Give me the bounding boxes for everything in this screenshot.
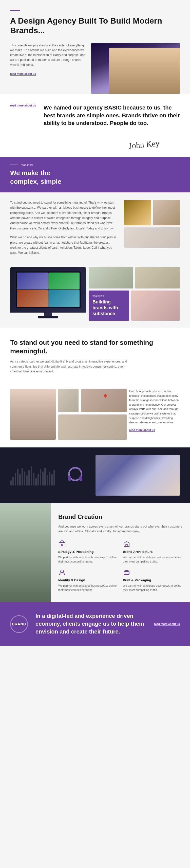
purple-banner-read-more[interactable]: read more bbox=[21, 163, 33, 166]
hero-image bbox=[91, 43, 180, 94]
brand-logo-text: BRAND bbox=[12, 622, 26, 626]
strategy-icon bbox=[58, 540, 66, 548]
monitor-base bbox=[38, 316, 58, 318]
signature: John Key bbox=[128, 139, 160, 151]
middle-section: To stand out you need to stand for somet… bbox=[0, 192, 190, 267]
brand-creation-title: Brand Creation bbox=[58, 513, 182, 521]
architecture-text: We partner with ambitious businesses to … bbox=[123, 555, 182, 563]
quote-read-more-link[interactable]: read more about us bbox=[10, 104, 36, 107]
music-section bbox=[0, 447, 190, 503]
hero-text: This core philosophy stands at the cente… bbox=[10, 43, 86, 67]
footer-read-more-link[interactable]: read more about us bbox=[154, 622, 180, 626]
skateboard-image bbox=[58, 414, 127, 440]
portfolio-img-1 bbox=[89, 267, 133, 288]
identity-text: We partner with ambitious businesses to … bbox=[58, 584, 118, 592]
portfolio-section: read more Building brands with substance bbox=[0, 267, 190, 328]
map-pin-icon bbox=[103, 394, 108, 398]
dark-section-city-image bbox=[96, 455, 180, 496]
image-row-read-more[interactable]: read more about us bbox=[129, 428, 155, 432]
standout-text: As a strategic partner we craft digital-… bbox=[10, 359, 137, 374]
portfolio-side-image bbox=[131, 290, 180, 321]
quote-text: We named our agency BASIC because to us,… bbox=[43, 104, 180, 127]
signature-section: John Key bbox=[0, 137, 190, 157]
brand-creation-intro: And because we work across every channel… bbox=[58, 524, 182, 534]
service-architecture: Brand Architecture We partner with ambit… bbox=[123, 540, 182, 563]
strategy-text: We partner with ambitious businesses to … bbox=[58, 555, 118, 563]
brand-left-image bbox=[0, 503, 51, 602]
image-row-section: Our UX approach is based on this princip… bbox=[0, 384, 190, 447]
svg-rect-1 bbox=[68, 476, 71, 481]
portfolio-card-title: Building brands with substance bbox=[92, 299, 125, 317]
middle-paragraph-2: What we do and why we hustle come from w… bbox=[10, 235, 117, 255]
svg-rect-2 bbox=[79, 476, 82, 481]
quote-section: read more about us We named our agency B… bbox=[0, 94, 190, 137]
person-left-image bbox=[10, 389, 56, 440]
svg-point-4 bbox=[61, 544, 63, 546]
monitor-stand bbox=[44, 313, 52, 316]
monitor-cell-3 bbox=[17, 290, 48, 307]
identity-icon bbox=[58, 568, 66, 576]
service-strategy: Strategy & Positioning We partner with a… bbox=[58, 540, 118, 563]
standout-section: To stand out you need to stand for somet… bbox=[0, 328, 190, 384]
footer-banner: BRAND In a digital-led and experience dr… bbox=[0, 602, 190, 646]
portfolio-card-read-more[interactable]: read more bbox=[92, 294, 125, 297]
hero-section: A Design Agency Built To Build Modern Br… bbox=[0, 0, 190, 94]
architecture-icon bbox=[123, 540, 130, 548]
monitor-cell-1 bbox=[17, 273, 48, 289]
print-title: Print & Packaging bbox=[123, 578, 182, 582]
purple-banner: read more We make thecomplex, simple bbox=[0, 157, 190, 192]
svg-rect-3 bbox=[59, 542, 65, 547]
middle-paragraph-1: To stand out you need to stand for somet… bbox=[10, 200, 117, 231]
hero-accent bbox=[10, 10, 20, 11]
brand-creation-section: Brand Creation And because we work acros… bbox=[0, 503, 190, 602]
hands-image bbox=[153, 200, 180, 225]
monitor-image bbox=[10, 267, 86, 313]
portfolio-img-2 bbox=[135, 267, 180, 288]
music-bars-visual bbox=[10, 465, 55, 486]
headphones-icon bbox=[60, 460, 90, 491]
service-identity: Identity & Design We partner with ambiti… bbox=[58, 568, 118, 592]
coffee-image bbox=[124, 200, 151, 225]
svg-rect-5 bbox=[126, 545, 128, 547]
glasses-image bbox=[58, 389, 78, 412]
wide-image bbox=[124, 227, 180, 248]
portfolio-card: read more Building brands with substance bbox=[89, 290, 129, 321]
hero-title: A Design Agency Built To Build Modern Br… bbox=[10, 16, 180, 35]
footer-text: In a digital-led and experience driven e… bbox=[35, 612, 147, 636]
service-print: Print & Packaging We partner with ambiti… bbox=[123, 568, 182, 592]
brand-logo: BRAND bbox=[10, 615, 28, 633]
standout-title: To stand out you need to stand for somet… bbox=[10, 338, 180, 356]
monitor-cell-2 bbox=[49, 273, 80, 289]
architecture-title: Brand Architecture bbox=[123, 550, 182, 554]
hero-read-more-link[interactable]: read more about us bbox=[10, 72, 36, 75]
purple-banner-accent bbox=[10, 164, 18, 165]
print-text: We partner with ambitious businesses to … bbox=[123, 584, 182, 592]
identity-title: Identity & Design bbox=[58, 578, 118, 582]
monitor-cell-4 bbox=[49, 290, 80, 307]
image-row-body: Our UX approach is based on this princip… bbox=[129, 389, 180, 425]
strategy-title: Strategy & Positioning bbox=[58, 550, 118, 554]
map-image bbox=[81, 389, 127, 412]
print-icon bbox=[123, 568, 130, 576]
purple-banner-title: We make thecomplex, simple bbox=[10, 169, 180, 186]
